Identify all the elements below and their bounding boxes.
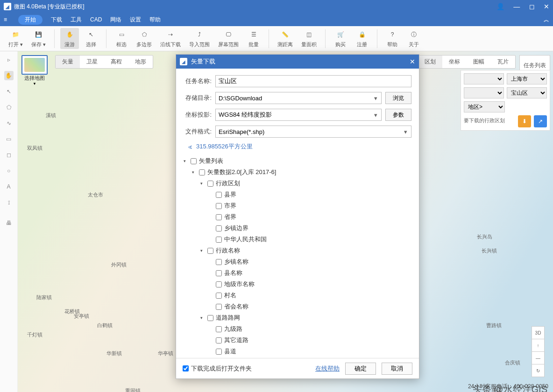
tool-import[interactable]: ⤴导入范围 <box>186 28 213 49</box>
sb-shape-icon[interactable]: ◻ <box>4 150 14 160</box>
params-button[interactable]: 参数 <box>385 109 411 121</box>
maximize-icon[interactable]: ◻ <box>529 3 535 10</box>
tree-check[interactable] <box>216 326 222 332</box>
tool-batch[interactable]: ☰批量 <box>244 28 263 49</box>
region-sel-1[interactable] <box>464 73 504 84</box>
region-sel-2[interactable]: 上海市 <box>507 73 547 84</box>
tree-check[interactable] <box>191 158 197 164</box>
tree-toggle-icon[interactable]: ▾ <box>192 170 197 175</box>
task-name-input[interactable] <box>215 75 411 87</box>
region-sel-4[interactable]: 宝山区 <box>507 87 547 98</box>
dialog-close-icon[interactable]: ✕ <box>410 58 415 65</box>
menu-settings[interactable]: 设置 <box>130 16 141 24</box>
dir-dropdown[interactable]: D:\SGDownload <box>215 92 382 104</box>
download-icon[interactable]: ⬇ <box>518 115 531 127</box>
tree-check[interactable] <box>216 349 222 355</box>
tree-toggle-icon[interactable]: ▾ <box>200 181 205 186</box>
tool-save[interactable]: 💾保存 ▾ <box>28 28 49 49</box>
sb-circle-icon[interactable]: ○ <box>4 166 14 175</box>
tree-toggle-icon[interactable]: ▾ <box>184 159 188 163</box>
ctrl-reset-icon[interactable]: ↻ <box>532 364 545 377</box>
tool-label: 漫游 <box>64 41 75 48</box>
tree-check[interactable] <box>216 237 222 243</box>
online-help-link[interactable]: 在线帮助 <box>315 364 340 373</box>
tree-toggle-icon[interactable]: ▾ <box>200 248 205 253</box>
sb-path-icon[interactable]: ∿ <box>4 119 14 128</box>
tab-coord[interactable]: 坐标 <box>442 56 467 68</box>
tool-help[interactable]: ?帮助 <box>383 28 402 49</box>
tree-check[interactable] <box>216 225 222 231</box>
menu-download[interactable]: 下载 <box>51 16 62 24</box>
map-label: 长兴镇 <box>482 247 497 254</box>
menu-cad[interactable]: CAD <box>90 16 102 23</box>
expand-icon[interactable]: ⪡ <box>187 143 193 150</box>
sb-rect-icon[interactable]: ▭ <box>4 134 14 144</box>
ctrl-compass-icon[interactable]: — <box>532 351 545 364</box>
minimize-icon[interactable]: — <box>513 3 520 10</box>
tab-vector[interactable]: 矢量 <box>56 56 80 68</box>
tab-sheet[interactable]: 图幅 <box>467 56 491 68</box>
sb-pushpin-icon[interactable]: ▹ <box>4 55 14 64</box>
tree-check[interactable] <box>199 169 205 175</box>
sb-ruler-icon[interactable]: ⟟ <box>4 198 14 207</box>
user-icon[interactable]: 👤 <box>496 3 504 10</box>
tool-cart[interactable]: 🛒购买 <box>331 28 350 49</box>
tab-region[interactable]: 区划 <box>418 56 442 68</box>
tab-satellite[interactable]: 卫星 <box>80 56 104 68</box>
tree-check[interactable] <box>216 270 222 276</box>
tool-ruler[interactable]: 📏测距离 <box>275 28 296 49</box>
menu-help[interactable]: 帮助 <box>149 16 161 24</box>
tool-cursor[interactable]: ↖选择 <box>82 28 100 49</box>
tool-folder[interactable]: 📁打开 ▾ <box>6 28 26 49</box>
tool-path[interactable]: ⇢沿线下载 <box>157 28 184 49</box>
tree-check[interactable] <box>216 259 222 265</box>
menu-network[interactable]: 网络 <box>110 16 121 24</box>
ok-button[interactable]: 确定 <box>345 363 376 375</box>
open-after-check[interactable] <box>183 365 189 371</box>
tool-area[interactable]: ◫量面积 <box>298 28 319 49</box>
fmt-dropdown[interactable]: EsriShape(*.shp) <box>215 126 411 138</box>
menu-tools[interactable]: 工具 <box>71 16 82 24</box>
close-icon[interactable]: ✕ <box>544 3 549 10</box>
tool-info[interactable]: ⓘ关于 <box>404 28 423 49</box>
sb-cursor-icon[interactable]: ↖ <box>4 87 14 96</box>
tab-elevation[interactable]: 高程 <box>104 56 128 68</box>
proj-dropdown[interactable]: WGS84 经纬度投影 <box>215 109 382 121</box>
cancel-button[interactable]: 取消 <box>382 363 412 375</box>
map-label: 长兴岛 <box>477 233 492 240</box>
tool-lock[interactable]: 🔒注册 <box>353 28 371 49</box>
tab-terrain[interactable]: 地形 <box>128 56 153 68</box>
tab-tile[interactable]: 瓦片 <box>491 56 515 68</box>
sb-print-icon[interactable]: 🖶 <box>4 218 14 228</box>
map-source-selector[interactable]: 选择地图 ▼ <box>21 55 48 86</box>
browse-button[interactable]: 浏览 <box>385 92 411 104</box>
tree-check[interactable] <box>216 281 222 287</box>
tree-check[interactable] <box>216 293 222 299</box>
ctrl-3d[interactable]: 3D <box>532 326 545 339</box>
tool-polygon[interactable]: ⬠多边形 <box>134 28 155 49</box>
tree-check[interactable] <box>216 304 222 310</box>
ctrl-north-icon[interactable]: ↑ <box>532 339 545 352</box>
tree-check[interactable] <box>216 192 222 198</box>
collapse-icon[interactable]: ︽ <box>544 16 549 24</box>
tree-check[interactable] <box>216 337 222 343</box>
open-after-label: 下载完成后打开文件夹 <box>191 364 252 373</box>
tree-check[interactable] <box>207 315 213 321</box>
export-icon[interactable]: ↗ <box>534 115 547 127</box>
tree-check[interactable] <box>216 203 222 209</box>
tree-check[interactable] <box>207 248 213 254</box>
sb-text-icon[interactable]: A <box>4 182 14 191</box>
region-sel-5[interactable]: 地区> <box>464 101 505 112</box>
tool-screen[interactable]: 🖵屏幕范围 <box>215 28 241 49</box>
region-sel-3[interactable] <box>464 87 504 98</box>
tree-toggle-icon[interactable]: ▾ <box>200 315 205 320</box>
tree-check[interactable] <box>207 181 213 187</box>
tool-hand[interactable]: ✋漫游 <box>60 28 79 49</box>
hamburger-icon[interactable]: ≡ <box>4 16 7 23</box>
tool-rect[interactable]: ▭框选 <box>112 28 131 49</box>
menu-start[interactable]: 开始 <box>18 15 43 25</box>
tree-check[interactable] <box>216 214 222 220</box>
sb-polygon-icon[interactable]: ⬠ <box>4 103 14 112</box>
sb-hand-icon[interactable]: ✋ <box>4 71 14 80</box>
sb-help-icon[interactable]: ? <box>4 390 14 392</box>
